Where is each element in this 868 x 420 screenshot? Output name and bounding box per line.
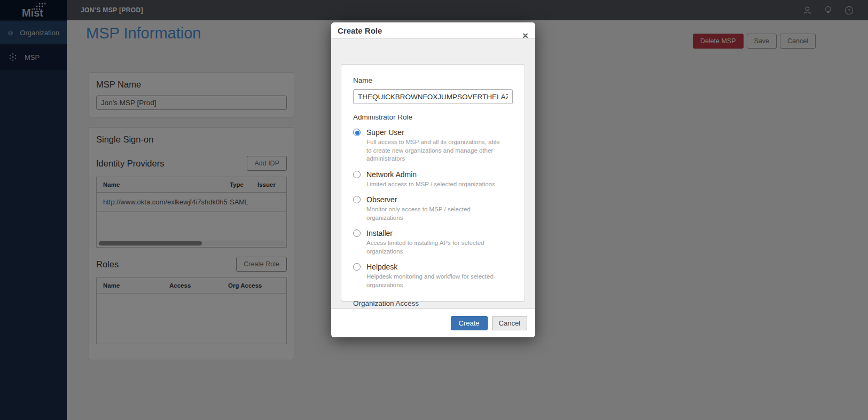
create-button[interactable]: Create [451,316,488,330]
create-role-modal: Create Role × Name Administrator Role Su… [331,22,535,337]
radio-label: Network Admin [366,170,417,179]
radio-description: Helpdesk monitoring and workflow for sel… [366,273,506,289]
radio-description: Access limited to installing APs for sel… [366,239,506,256]
radio-button-icon[interactable] [353,129,361,136]
radio-observer[interactable]: Observer Monitor only access to MSP / se… [353,195,513,222]
radio-label: Installer [366,229,393,237]
radio-helpdesk[interactable]: Helpdesk Helpdesk monitoring and workflo… [353,263,513,289]
close-icon[interactable]: × [522,30,528,41]
modal-footer: Create Cancel [331,308,535,337]
role-name-input[interactable] [353,89,513,104]
name-label: Name [353,76,513,84]
radio-label: Helpdesk [366,263,397,271]
radio-installer[interactable]: Installer Access limited to installing A… [353,229,513,256]
modal-header: Create Role [331,22,535,39]
radio-label: Observer [366,195,397,204]
radio-button-icon[interactable] [353,263,361,271]
organization-access-label: Organization Access [353,299,513,307]
radio-button-icon[interactable] [353,171,361,178]
radio-description: Full access to MSP and all its organizat… [366,138,506,163]
radio-description: Limited access to MSP / selected organiz… [366,180,506,189]
radio-network-admin[interactable]: Network Admin Limited access to MSP / se… [353,170,513,189]
modal-cancel-button[interactable]: Cancel [492,316,527,330]
create-role-form: Name Administrator Role Super User Full … [341,64,525,302]
radio-button-icon[interactable] [353,196,361,203]
radio-super-user[interactable]: Super User Full access to MSP and all it… [353,128,513,163]
modal-title: Create Role [338,26,382,35]
radio-description: Monitor only access to MSP / selected or… [366,205,506,222]
radio-button-icon[interactable] [353,229,361,237]
radio-label: Super User [366,128,404,137]
administrator-role-label: Administrator Role [353,113,513,121]
